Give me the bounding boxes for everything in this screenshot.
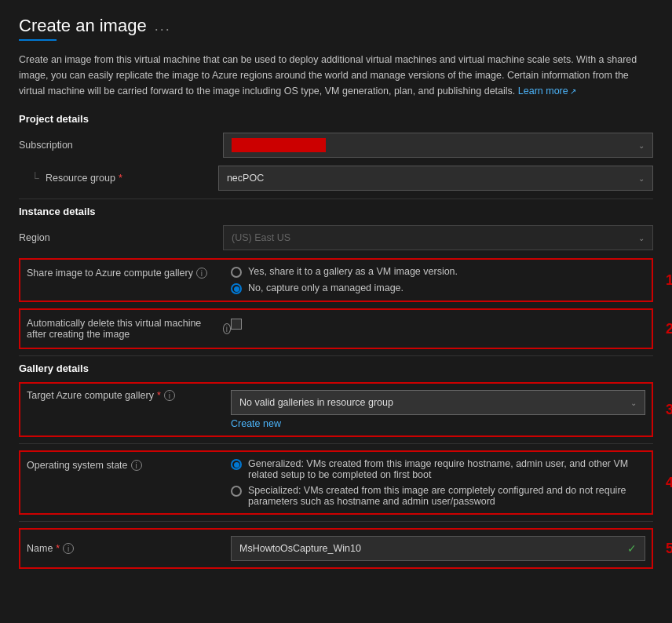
resource-group-required: * bbox=[119, 173, 122, 184]
name-value: MsHowtoOsCapture_Win10 bbox=[239, 543, 361, 554]
annotation-1: 1 bbox=[666, 272, 672, 289]
region-label: Region bbox=[19, 232, 223, 243]
subscription-dropdown[interactable]: ⌄ bbox=[223, 133, 653, 158]
os-state-box: Operating system state i Generalized: VM… bbox=[19, 450, 653, 515]
target-gallery-info-icon[interactable]: i bbox=[164, 390, 175, 401]
os-state-row: Operating system state i Generalized: VM… bbox=[27, 458, 645, 507]
share-image-row: Share image to Azure compute gallery i Y… bbox=[27, 266, 645, 294]
region-value: (US) East US bbox=[232, 232, 290, 243]
resource-group-control: necPOC ⌄ bbox=[218, 166, 653, 191]
rg-connector: └ bbox=[31, 172, 39, 184]
share-image-info-icon[interactable]: i bbox=[196, 268, 207, 279]
page-title: Create an image bbox=[19, 16, 147, 36]
os-state-radio-group: Generalized: VMs created from this image… bbox=[231, 458, 645, 507]
target-gallery-dropdown-arrow: ⌄ bbox=[630, 399, 637, 407]
rg-indent: └ Resource group * bbox=[31, 172, 218, 184]
subscription-control: ⌄ bbox=[223, 133, 653, 158]
annotation-5: 5 bbox=[666, 541, 672, 557]
subscription-row: Subscription ⌄ bbox=[19, 133, 653, 158]
share-image-radio-yes[interactable] bbox=[231, 267, 242, 278]
os-state-radio-specialized[interactable] bbox=[231, 486, 242, 497]
name-box: Name * i MsHowtoOsCapture_Win10 ✓ 5 bbox=[19, 528, 653, 569]
annotation-4: 4 bbox=[666, 475, 672, 491]
os-state-option-specialized[interactable]: Specialized: VMs created from this image… bbox=[231, 485, 645, 507]
share-image-label: Share image to Azure compute gallery i bbox=[27, 266, 231, 279]
target-gallery-label: Target Azure compute gallery * i bbox=[27, 390, 231, 401]
title-dots: ... bbox=[155, 18, 171, 35]
region-dropdown-arrow: ⌄ bbox=[638, 234, 645, 242]
create-new-link[interactable]: Create new bbox=[231, 418, 645, 429]
divider-4 bbox=[19, 521, 653, 522]
subscription-value bbox=[232, 138, 326, 152]
auto-delete-label-row: Automatically delete this virtual machin… bbox=[27, 318, 231, 340]
auto-delete-row: Automatically delete this virtual machin… bbox=[27, 316, 645, 341]
name-control: MsHowtoOsCapture_Win10 ✓ bbox=[231, 536, 645, 561]
share-image-radios: Yes, share it to a gallery as a VM image… bbox=[231, 266, 645, 294]
region-control: (US) East US ⌄ bbox=[223, 225, 653, 250]
resource-group-label: Resource group * bbox=[46, 173, 218, 184]
share-image-box: Share image to Azure compute gallery i Y… bbox=[19, 258, 653, 302]
name-info-icon[interactable]: i bbox=[63, 543, 74, 554]
resource-group-value: necPOC bbox=[227, 173, 264, 184]
resource-group-dropdown-arrow: ⌄ bbox=[638, 174, 645, 183]
learn-more-link[interactable]: Learn more bbox=[518, 86, 577, 97]
os-state-option-generalized[interactable]: Generalized: VMs created from this image… bbox=[231, 458, 645, 480]
auto-delete-control bbox=[231, 316, 645, 330]
os-state-label: Operating system state i bbox=[27, 458, 231, 471]
target-gallery-dropdown[interactable]: No valid galleries in resource group ⌄ bbox=[231, 390, 645, 415]
target-gallery-control: No valid galleries in resource group ⌄ C… bbox=[231, 390, 645, 429]
share-image-radio-group: Yes, share it to a gallery as a VM image… bbox=[231, 266, 645, 294]
target-gallery-required: * bbox=[157, 390, 161, 401]
subscription-dropdown-arrow: ⌄ bbox=[638, 141, 645, 150]
subscription-label: Subscription bbox=[19, 140, 223, 151]
gallery-details-section-title: Gallery details bbox=[19, 363, 653, 374]
os-state-radios: Generalized: VMs created from this image… bbox=[231, 458, 645, 507]
divider-2 bbox=[19, 355, 653, 356]
region-row: Region (US) East US ⌄ bbox=[19, 225, 653, 250]
divider-1 bbox=[19, 199, 653, 199]
name-value-row: MsHowtoOsCapture_Win10 ✓ bbox=[231, 536, 645, 561]
name-checkmark-icon: ✓ bbox=[627, 542, 637, 555]
auto-delete-info-icon[interactable]: i bbox=[223, 323, 231, 334]
page-title-row: Create an image ... bbox=[19, 16, 653, 36]
gallery-details-box: Target Azure compute gallery * i No vali… bbox=[19, 382, 653, 437]
title-underline bbox=[19, 39, 57, 41]
name-label: Name * i bbox=[27, 543, 231, 554]
share-image-option-no[interactable]: No, capture only a managed image. bbox=[231, 282, 645, 294]
auto-delete-label-wrap: Automatically delete this virtual machin… bbox=[27, 316, 231, 340]
os-state-info-icon[interactable]: i bbox=[131, 460, 142, 471]
resource-group-row: └ Resource group * necPOC ⌄ bbox=[19, 166, 653, 191]
share-image-radio-no[interactable] bbox=[231, 283, 242, 294]
annotation-3: 3 bbox=[666, 402, 672, 418]
target-gallery-value: No valid galleries in resource group bbox=[239, 397, 393, 408]
auto-delete-checkbox[interactable] bbox=[231, 319, 242, 330]
subscription-redacted bbox=[232, 138, 326, 152]
share-image-option-yes[interactable]: Yes, share it to a gallery as a VM image… bbox=[231, 266, 645, 278]
target-gallery-row: Target Azure compute gallery * i No vali… bbox=[27, 390, 645, 429]
name-dropdown[interactable]: MsHowtoOsCapture_Win10 ✓ bbox=[231, 536, 645, 561]
annotation-2: 2 bbox=[666, 321, 672, 337]
resource-group-dropdown[interactable]: necPOC ⌄ bbox=[218, 166, 653, 191]
divider-3 bbox=[19, 443, 653, 444]
instance-details-section-title: Instance details bbox=[19, 206, 653, 217]
os-state-radio-generalized[interactable] bbox=[231, 459, 242, 470]
region-dropdown: (US) East US ⌄ bbox=[223, 225, 653, 250]
page-description: Create an image from this virtual machin… bbox=[19, 52, 653, 99]
name-required: * bbox=[56, 543, 60, 554]
name-row: Name * i MsHowtoOsCapture_Win10 ✓ bbox=[27, 536, 645, 561]
auto-delete-box: Automatically delete this virtual machin… bbox=[19, 308, 653, 349]
project-details-section-title: Project details bbox=[19, 113, 653, 125]
